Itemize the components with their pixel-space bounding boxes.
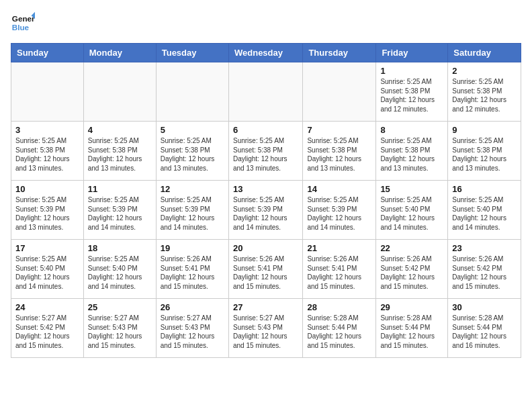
day-info: Sunrise: 5:25 AM Sunset: 5:39 PM Dayligh… [161,195,224,232]
day-number: 21 [307,243,371,253]
weekday-header-wednesday: Wednesday [228,44,302,62]
day-number: 23 [452,243,517,253]
calendar-table: SundayMondayTuesdayWednesdayThursdayFrid… [11,43,521,358]
day-cell: 7Sunrise: 5:25 AM Sunset: 5:38 PM Daylig… [303,122,376,181]
day-info: Sunrise: 5:25 AM Sunset: 5:39 PM Dayligh… [88,195,152,232]
day-info: Sunrise: 5:26 AM Sunset: 5:41 PM Dayligh… [307,255,371,291]
day-cell [228,62,302,122]
day-number: 2 [452,66,517,76]
weekday-header-thursday: Thursday [303,44,376,62]
logo-icon: General Blue [11,11,35,35]
day-number: 28 [307,302,371,312]
day-info: Sunrise: 5:26 AM Sunset: 5:42 PM Dayligh… [380,255,443,291]
day-info: Sunrise: 5:25 AM Sunset: 5:38 PM Dayligh… [233,136,298,173]
day-cell: 21Sunrise: 5:26 AM Sunset: 5:41 PM Dayli… [303,240,376,299]
week-row-3: 10Sunrise: 5:25 AM Sunset: 5:39 PM Dayli… [11,181,521,240]
day-number: 1 [380,66,443,76]
day-cell: 16Sunrise: 5:25 AM Sunset: 5:40 PM Dayli… [448,181,521,240]
day-info: Sunrise: 5:25 AM Sunset: 5:38 PM Dayligh… [380,77,443,113]
day-number: 3 [15,125,79,135]
day-number: 4 [88,125,152,135]
day-info: Sunrise: 5:25 AM Sunset: 5:38 PM Dayligh… [88,136,152,173]
day-cell: 8Sunrise: 5:25 AM Sunset: 5:38 PM Daylig… [376,122,448,181]
day-cell: 27Sunrise: 5:27 AM Sunset: 5:43 PM Dayli… [228,299,302,358]
day-number: 8 [380,125,443,135]
day-info: Sunrise: 5:26 AM Sunset: 5:41 PM Dayligh… [161,255,224,291]
day-cell: 30Sunrise: 5:28 AM Sunset: 5:44 PM Dayli… [448,299,521,358]
day-info: Sunrise: 5:25 AM Sunset: 5:38 PM Dayligh… [452,136,517,173]
day-info: Sunrise: 5:25 AM Sunset: 5:39 PM Dayligh… [15,195,79,232]
day-info: Sunrise: 5:25 AM Sunset: 5:39 PM Dayligh… [307,195,371,232]
day-number: 7 [307,125,371,135]
day-info: Sunrise: 5:25 AM Sunset: 5:40 PM Dayligh… [380,195,443,232]
day-info: Sunrise: 5:25 AM Sunset: 5:39 PM Dayligh… [233,195,298,232]
day-info: Sunrise: 5:25 AM Sunset: 5:40 PM Dayligh… [15,255,79,291]
weekday-header-sunday: Sunday [11,44,84,62]
svg-text:Blue: Blue [12,23,30,32]
day-cell: 15Sunrise: 5:25 AM Sunset: 5:40 PM Dayli… [376,181,448,240]
day-cell: 6Sunrise: 5:25 AM Sunset: 5:38 PM Daylig… [228,122,302,181]
day-number: 11 [88,184,152,194]
day-cell: 24Sunrise: 5:27 AM Sunset: 5:42 PM Dayli… [11,299,84,358]
day-number: 13 [233,184,298,194]
day-number: 17 [15,243,79,253]
day-number: 27 [233,302,298,312]
day-number: 24 [15,302,79,312]
day-cell: 4Sunrise: 5:25 AM Sunset: 5:38 PM Daylig… [83,122,156,181]
day-number: 30 [452,302,517,312]
day-info: Sunrise: 5:25 AM Sunset: 5:38 PM Dayligh… [161,136,224,173]
day-number: 20 [233,243,298,253]
week-row-2: 3Sunrise: 5:25 AM Sunset: 5:38 PM Daylig… [11,122,521,181]
page-header: General Blue [11,11,521,35]
day-number: 22 [380,243,443,253]
week-row-4: 17Sunrise: 5:25 AM Sunset: 5:40 PM Dayli… [11,240,521,299]
day-info: Sunrise: 5:27 AM Sunset: 5:43 PM Dayligh… [233,314,298,350]
day-info: Sunrise: 5:25 AM Sunset: 5:40 PM Dayligh… [452,195,517,232]
day-number: 16 [452,184,517,194]
weekday-header-monday: Monday [83,44,156,62]
day-cell: 20Sunrise: 5:26 AM Sunset: 5:41 PM Dayli… [228,240,302,299]
day-cell [11,62,84,122]
logo: General Blue [11,11,35,35]
day-cell: 17Sunrise: 5:25 AM Sunset: 5:40 PM Dayli… [11,240,84,299]
day-cell: 28Sunrise: 5:28 AM Sunset: 5:44 PM Dayli… [303,299,376,358]
day-info: Sunrise: 5:25 AM Sunset: 5:38 PM Dayligh… [15,136,79,173]
day-info: Sunrise: 5:28 AM Sunset: 5:44 PM Dayligh… [380,314,443,350]
day-cell: 12Sunrise: 5:25 AM Sunset: 5:39 PM Dayli… [156,181,228,240]
day-cell [156,62,228,122]
day-info: Sunrise: 5:26 AM Sunset: 5:41 PM Dayligh… [233,255,298,291]
day-number: 18 [88,243,152,253]
day-cell: 9Sunrise: 5:25 AM Sunset: 5:38 PM Daylig… [448,122,521,181]
day-number: 6 [233,125,298,135]
day-cell [303,62,376,122]
day-info: Sunrise: 5:25 AM Sunset: 5:38 PM Dayligh… [307,136,371,173]
day-info: Sunrise: 5:28 AM Sunset: 5:44 PM Dayligh… [307,314,371,350]
day-number: 9 [452,125,517,135]
day-info: Sunrise: 5:25 AM Sunset: 5:40 PM Dayligh… [88,255,152,291]
day-number: 26 [161,302,224,312]
day-cell: 14Sunrise: 5:25 AM Sunset: 5:39 PM Dayli… [303,181,376,240]
weekday-header-tuesday: Tuesday [156,44,228,62]
day-cell: 11Sunrise: 5:25 AM Sunset: 5:39 PM Dayli… [83,181,156,240]
day-cell: 10Sunrise: 5:25 AM Sunset: 5:39 PM Dayli… [11,181,84,240]
day-number: 12 [161,184,224,194]
day-cell: 25Sunrise: 5:27 AM Sunset: 5:43 PM Dayli… [83,299,156,358]
weekday-header-row: SundayMondayTuesdayWednesdayThursdayFrid… [11,44,521,62]
day-number: 10 [15,184,79,194]
day-info: Sunrise: 5:25 AM Sunset: 5:38 PM Dayligh… [452,77,517,113]
day-cell [83,62,156,122]
day-cell: 18Sunrise: 5:25 AM Sunset: 5:40 PM Dayli… [83,240,156,299]
day-cell: 1Sunrise: 5:25 AM Sunset: 5:38 PM Daylig… [376,62,448,122]
day-number: 19 [161,243,224,253]
day-number: 25 [88,302,152,312]
day-cell: 3Sunrise: 5:25 AM Sunset: 5:38 PM Daylig… [11,122,84,181]
day-info: Sunrise: 5:27 AM Sunset: 5:43 PM Dayligh… [161,314,224,350]
day-number: 29 [380,302,443,312]
day-cell: 5Sunrise: 5:25 AM Sunset: 5:38 PM Daylig… [156,122,228,181]
weekday-header-saturday: Saturday [448,44,521,62]
day-cell: 29Sunrise: 5:28 AM Sunset: 5:44 PM Dayli… [376,299,448,358]
day-cell: 22Sunrise: 5:26 AM Sunset: 5:42 PM Dayli… [376,240,448,299]
weekday-header-friday: Friday [376,44,448,62]
day-number: 14 [307,184,371,194]
day-cell: 23Sunrise: 5:26 AM Sunset: 5:42 PM Dayli… [448,240,521,299]
